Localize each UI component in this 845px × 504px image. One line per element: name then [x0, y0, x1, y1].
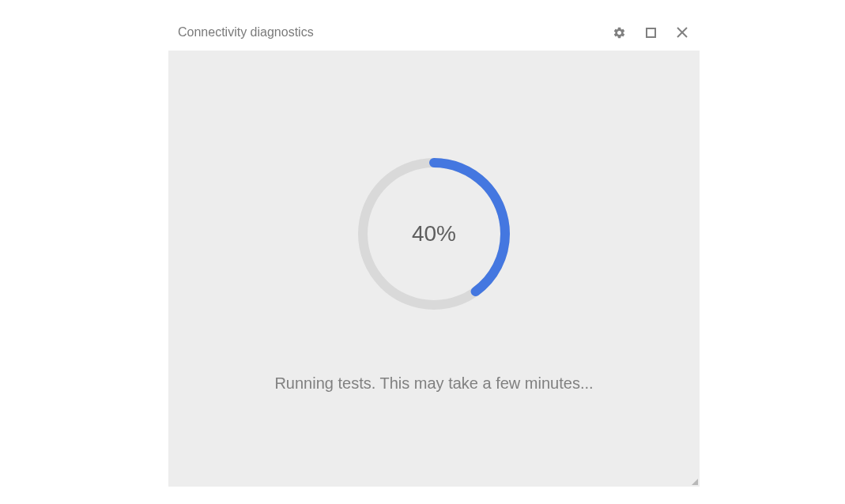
window-controls: [611, 24, 690, 40]
progress-percent-label: 40%: [355, 155, 513, 313]
status-message: Running tests. This may take a few minut…: [274, 374, 593, 393]
window-title: Connectivity diagnostics: [178, 25, 314, 39]
svg-rect-0: [647, 28, 655, 37]
progress-ring: 40%: [355, 155, 513, 313]
gear-icon: [613, 26, 626, 39]
maximize-icon: [646, 28, 656, 38]
close-button[interactable]: [674, 24, 690, 40]
app-window: Connectivity diagnostics: [168, 14, 700, 487]
titlebar: Connectivity diagnostics: [168, 14, 700, 51]
resize-handle[interactable]: [692, 479, 698, 485]
content-area: 40% Running tests. This may take a few m…: [168, 51, 700, 487]
settings-button[interactable]: [611, 24, 627, 40]
close-icon: [677, 27, 688, 38]
maximize-button[interactable]: [643, 24, 658, 40]
